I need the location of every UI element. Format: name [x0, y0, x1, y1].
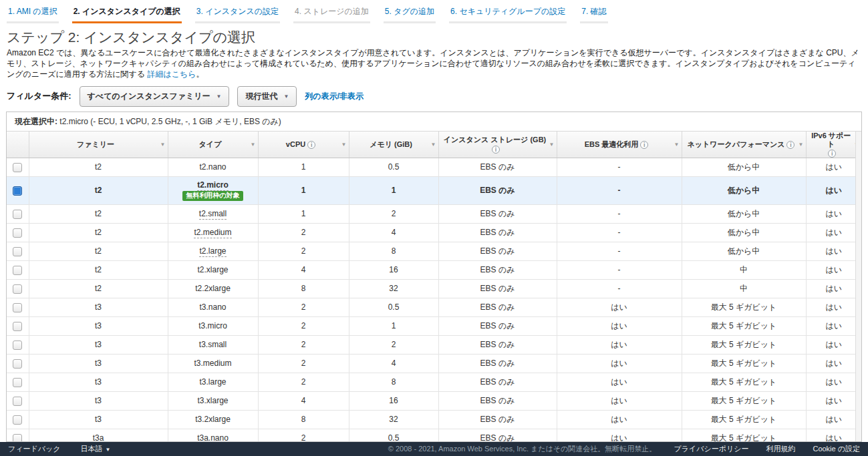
sort-caret-icon[interactable]: ▼ [251, 142, 256, 148]
step-6-security-group[interactable]: 6. セキュリティグループの設定 [449, 6, 567, 23]
column-header-vcpu[interactable]: vCPUi ▼ [258, 132, 349, 158]
info-icon[interactable]: i [786, 141, 794, 149]
row-checkbox[interactable] [13, 397, 22, 406]
checkbox-cell[interactable] [7, 429, 29, 441]
checkbox-cell[interactable] [7, 354, 29, 373]
cell-vcpu: 2 [258, 354, 349, 373]
sort-caret-icon[interactable]: ▼ [549, 142, 555, 148]
cell-network: 低から中 [682, 223, 806, 242]
table-row[interactable]: t3t3.xlarge416EBS のみはい最大 5 ギガビットはい [7, 391, 861, 410]
row-checkbox[interactable] [13, 359, 22, 369]
cell-type: t3.large [168, 373, 258, 391]
row-checkbox[interactable] [13, 340, 22, 350]
row-checkbox[interactable] [13, 247, 22, 256]
cell-ipv6: はい [806, 354, 861, 373]
table-row[interactable]: t2t2.medium24EBS のみ-低から中はい [7, 223, 861, 242]
row-checkbox[interactable] [13, 284, 22, 294]
cell-storage: EBS のみ [438, 260, 557, 279]
row-checkbox[interactable] [13, 415, 22, 425]
instance-family-dropdown[interactable]: すべてのインスタンスファミリー ▼ [80, 86, 230, 107]
checkbox-cell[interactable] [7, 204, 29, 223]
table-row[interactable]: t2t2.small12EBS のみ-低から中はい [7, 204, 861, 223]
checkbox-cell[interactable] [7, 176, 29, 204]
step-1-ami[interactable]: 1. AMI の選択 [7, 6, 59, 23]
checkbox-cell[interactable] [7, 279, 29, 298]
table-row[interactable]: t2t2.xlarge416EBS のみ-中はい [7, 260, 861, 279]
table-row[interactable]: t2t2.nano10.5EBS のみ-低から中はい [7, 158, 861, 176]
column-header-type[interactable]: タイプ ▼ [168, 132, 258, 158]
table-row[interactable]: t3t3.micro21EBS のみはい最大 5 ギガビットはい [7, 316, 861, 335]
step-2-instance-type[interactable]: 2. インスタンスタイプの選択 [72, 6, 182, 23]
sort-caret-icon[interactable]: ▼ [799, 142, 804, 148]
cell-ipv6: はい [806, 298, 861, 316]
cell-vcpu: 2 [258, 298, 349, 316]
checkbox-cell[interactable] [7, 223, 29, 242]
row-checkbox[interactable] [13, 378, 22, 387]
cell-type: t3.medium [168, 354, 258, 373]
row-checkbox[interactable] [13, 434, 22, 442]
generation-dropdown[interactable]: 現行世代 ▼ [237, 86, 297, 107]
checkbox-cell[interactable] [7, 410, 29, 429]
info-icon[interactable]: i [492, 146, 500, 154]
feedback-link[interactable]: フィードバック [8, 444, 61, 454]
checkbox-cell[interactable] [7, 391, 29, 410]
privacy-policy-link[interactable]: プライバシーポリシー [674, 444, 748, 454]
cell-ipv6: はい [806, 335, 861, 354]
cell-ipv6: はい [806, 429, 861, 441]
table-row[interactable]: t3t3.large28EBS のみはい最大 5 ギガビットはい [7, 373, 861, 391]
sort-caret-icon[interactable]: ▼ [341, 142, 347, 148]
step-7-review[interactable]: 7. 確認 [580, 6, 607, 23]
step-5-tags[interactable]: 5. タグの追加 [384, 6, 436, 23]
checkbox-cell[interactable] [7, 260, 29, 279]
info-icon[interactable]: i [640, 141, 648, 149]
row-checkbox-checked[interactable] [13, 186, 22, 196]
table-row[interactable]: t3t3.medium24EBS のみはい最大 5 ギガビットはい [7, 354, 861, 373]
checkbox-cell[interactable] [7, 298, 29, 316]
column-header-memory[interactable]: メモリ (GiB) ▼ [349, 132, 438, 158]
checkbox-cell[interactable] [7, 316, 29, 335]
row-checkbox[interactable] [13, 163, 22, 172]
cell-storage: EBS のみ [438, 410, 557, 429]
row-checkbox[interactable] [13, 228, 22, 238]
table-row[interactable]: t3at3a.nano20.5EBS のみはい最大 5 ギガビットはい [7, 429, 861, 441]
language-selector[interactable]: 日本語▼ [81, 444, 111, 454]
cell-memory: 4 [349, 354, 438, 373]
table-scrollbar[interactable] [855, 132, 861, 441]
cell-type: t2.large [168, 242, 258, 260]
cell-type: t2.xlarge [168, 260, 258, 279]
table-row[interactable]: t2t2.large28EBS のみ-低から中はい [7, 242, 861, 260]
table-row[interactable]: t3t3.2xlarge832EBS のみはい最大 5 ギガビットはい [7, 410, 861, 429]
cell-vcpu: 4 [258, 391, 349, 410]
column-header-instance-storage[interactable]: インスタンス ストレージ (GB)i ▼ [438, 132, 557, 158]
info-icon[interactable]: i [828, 150, 836, 158]
row-checkbox[interactable] [13, 266, 22, 275]
column-header-ipv6[interactable]: IPv6 サポート i ▼ [806, 132, 861, 158]
table-row[interactable]: t3t3.small22EBS のみはい最大 5 ギガビットはい [7, 335, 861, 354]
cookie-settings-link[interactable]: Cookie の設定 [813, 444, 860, 454]
sort-caret-icon[interactable]: ▼ [674, 142, 680, 148]
table-row[interactable]: t2t2.2xlarge832EBS のみ-中はい [7, 279, 861, 298]
column-header-network-performance[interactable]: ネットワークパフォーマンスi ▼ [682, 132, 806, 158]
table-row[interactable]: t3t3.nano20.5EBS のみはい最大 5 ギガビットはい [7, 298, 861, 316]
cell-vcpu: 1 [258, 158, 349, 176]
column-header-family[interactable]: ファミリー ▼ [29, 132, 168, 158]
row-checkbox[interactable] [13, 322, 22, 331]
table-row[interactable]: t2t2.micro無料利用枠の対象11EBS のみ-低から中はい [7, 176, 861, 204]
sort-caret-icon[interactable]: ▼ [431, 142, 436, 148]
row-checkbox[interactable] [13, 210, 22, 219]
step-3-configure[interactable]: 3. インスタンスの設定 [195, 6, 280, 23]
checkbox-cell[interactable] [7, 335, 29, 354]
sort-caret-icon[interactable]: ▼ [160, 142, 166, 148]
column-header-ebs-optimized[interactable]: EBS 最適化利用i ▼ [557, 132, 682, 158]
cell-storage: EBS のみ [438, 223, 557, 242]
checkbox-cell[interactable] [7, 373, 29, 391]
checkbox-cell[interactable] [7, 242, 29, 260]
show-hide-columns-link[interactable]: 列の表示/非表示 [305, 91, 364, 102]
info-icon[interactable]: i [307, 141, 315, 149]
checkbox-cell[interactable] [7, 158, 29, 176]
row-checkbox[interactable] [13, 303, 22, 312]
cell-network: 最大 5 ギガビット [682, 410, 806, 429]
learn-more-link[interactable]: 詳細はこちら [147, 69, 196, 79]
cell-network: 最大 5 ギガビット [682, 391, 806, 410]
terms-of-use-link[interactable]: 利用規約 [766, 444, 795, 454]
